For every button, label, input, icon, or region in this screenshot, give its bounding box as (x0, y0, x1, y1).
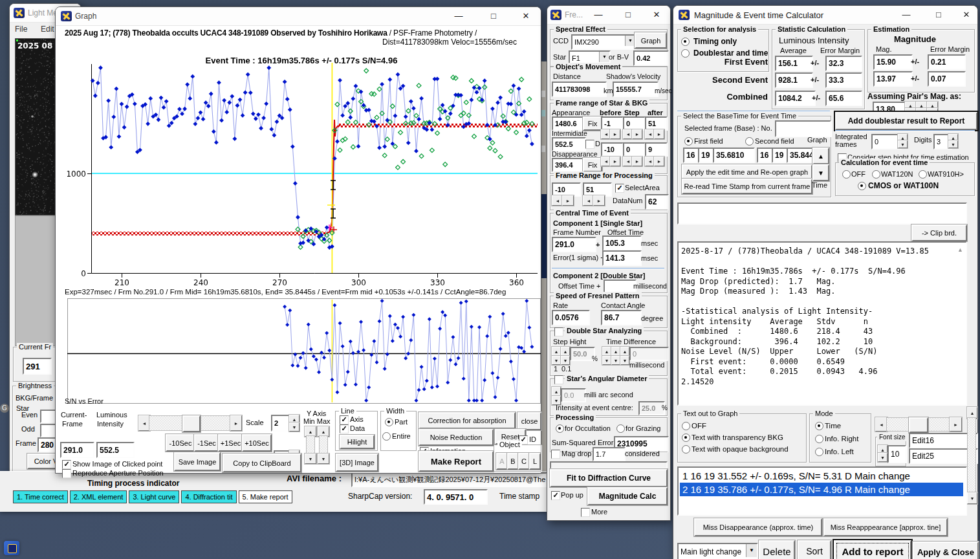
font-size-field[interactable]: 10 (887, 445, 906, 463)
report-text-area[interactable]: 2025-8-17 / (778)Theobalda / UCAC4 348-1… (677, 241, 967, 406)
mag1-field[interactable]: 15.90 (873, 54, 913, 70)
dis-after-right-icon[interactable]: ► (654, 157, 664, 166)
result-row-selected[interactable]: 2 16 19 35.786 +/- 0.177s, S/N= 4.96 R M… (680, 483, 963, 496)
close-icon[interactable]: ✕ (957, 8, 976, 22)
save-image-button[interactable]: Save Image (174, 452, 221, 471)
timing-step-button[interactable]: 2. XML element (70, 490, 127, 503)
current-frame-field[interactable]: 291 (23, 358, 52, 375)
td3-down-icon[interactable]: ▼ (620, 356, 629, 365)
to-right-icon[interactable]: ► (593, 195, 605, 206)
clip-board-button[interactable]: -> Clip brd. (911, 225, 967, 241)
vscroll-track[interactable] (967, 417, 976, 494)
video-frame[interactable] (15, 38, 56, 215)
combined-err-field[interactable]: 65.6 (825, 91, 862, 106)
object-l-button[interactable]: L (529, 453, 541, 470)
time-up-icon[interactable]: ▲ (812, 148, 829, 164)
delete-button[interactable]: Delete (759, 540, 795, 559)
mode-info-left-radio[interactable] (815, 448, 823, 456)
calculator-titlebar[interactable]: Magnitude & Event time Calculator — □ ✕ (673, 6, 977, 25)
cmos-radio[interactable] (858, 182, 866, 190)
mas-up-icon[interactable]: ▲ (552, 387, 561, 396)
axis-checkbox[interactable] (340, 415, 349, 424)
ymax-slider[interactable] (319, 435, 328, 455)
wat120n-radio[interactable] (872, 170, 880, 179)
make-report-button[interactable]: Make Report (419, 451, 494, 472)
selectarea-checkbox[interactable] (615, 184, 624, 193)
app-after-right-icon[interactable]: ► (654, 129, 664, 139)
show-image-checkbox[interactable] (62, 460, 71, 469)
light-change-dropdown[interactable]: Main light change ▼ (677, 543, 758, 559)
width-part-radio[interactable] (385, 418, 393, 426)
second-avg-field[interactable]: 928.1 (775, 72, 813, 88)
timing-only-radio[interactable] (681, 38, 690, 46)
second-err-field[interactable]: 33.3 (825, 72, 862, 88)
appearance-fix-button[interactable]: Fix (583, 116, 602, 131)
first-avg-field[interactable]: 156.1 (775, 56, 813, 71)
for-occultation-radio[interactable] (556, 424, 564, 433)
maximize-icon[interactable]: □ (484, 9, 503, 23)
chevron-down-icon[interactable]: ▼ (599, 52, 609, 62)
velocity-field[interactable]: 15555.7 (613, 82, 659, 97)
copy-clipboard-button[interactable]: Copy to ClipBoard (223, 454, 301, 472)
off-radio[interactable] (842, 170, 851, 179)
sort-button[interactable]: Sort (798, 540, 831, 559)
luminous-field[interactable]: 552.5 (96, 442, 135, 458)
error-sigma-field[interactable]: 141.3 (602, 250, 642, 266)
step-down-icon[interactable]: ▼ (552, 356, 561, 365)
range-to-field[interactable]: 51 (583, 182, 612, 197)
mas-field[interactable]: 0.0 (561, 388, 586, 402)
timing-step-button[interactable]: 3. Light curve (129, 490, 179, 503)
slider-right-arrow[interactable]: ► (230, 415, 242, 431)
plus-10sec-button[interactable]: +10Sec (242, 434, 272, 452)
popup-checkbox[interactable] (551, 491, 560, 500)
datanum-field[interactable]: 62 (645, 194, 669, 210)
chevron-down-icon[interactable]: ▼ (746, 544, 757, 557)
first-err-field[interactable]: 32.3 (825, 56, 862, 71)
step2-down-icon[interactable]: ▼ (561, 356, 570, 365)
ccd-dropdown[interactable]: IMX290 ▼ (571, 34, 637, 50)
step-up-icon[interactable]: ▲ (552, 347, 561, 356)
data-checkbox[interactable] (340, 424, 349, 433)
maximize-icon[interactable]: □ (929, 8, 948, 22)
td3-up-icon[interactable]: ▲ (620, 347, 629, 356)
doublestar-time-radio[interactable] (681, 49, 690, 58)
more-checkbox[interactable] (581, 508, 590, 517)
taskbar-app-icon[interactable] (4, 541, 19, 555)
bv-field[interactable]: 0.42 (633, 50, 669, 66)
apply-edit-time-button[interactable]: Apply the edit time and Re-open graph (682, 164, 812, 180)
for-grazing-radio[interactable] (616, 424, 625, 433)
3d-image-button[interactable]: [3D] Image (336, 454, 378, 472)
contact-angle-field[interactable]: 86.7 (601, 310, 642, 325)
apply-close-button[interactable]: Apply & Close (913, 542, 979, 559)
minimize-icon[interactable]: — (449, 9, 468, 23)
timing-step-button[interactable]: 1. Time correct (13, 490, 68, 503)
td1-up-icon[interactable]: ▲ (602, 347, 611, 356)
combined-avg-field[interactable]: 1084.2 (775, 91, 816, 106)
app-before-right-icon[interactable]: ► (610, 129, 620, 139)
int-down-icon[interactable]: ▼ (898, 140, 908, 148)
reproduce-aperture-checkbox[interactable] (62, 469, 71, 478)
dis-before-right-icon[interactable]: ► (610, 157, 620, 166)
mode-time-radio[interactable] (815, 422, 823, 430)
transparency-radio[interactable] (682, 433, 690, 442)
minus-10sec-button[interactable]: -10Sec (166, 434, 195, 452)
text-out-off-radio[interactable] (682, 422, 690, 430)
appearance-field[interactable]: 1480.6 (552, 116, 586, 131)
step2-up-icon[interactable]: ▲ (561, 347, 570, 356)
from-right-icon[interactable]: ► (562, 195, 574, 206)
app-step-right-icon[interactable]: ► (632, 129, 642, 139)
spectral-graph-button[interactable]: Graph (635, 32, 667, 49)
sharpcap-version-field[interactable]: 4. 0. 9571. 0 (424, 489, 488, 505)
minus-1sec-button[interactable]: -1Sec (194, 434, 219, 452)
add-doublestar-button[interactable]: Add doublestar result to Report (835, 112, 977, 130)
double-star-checkbox[interactable] (554, 327, 563, 336)
minimize-icon[interactable]: — (897, 8, 916, 22)
results-listbox[interactable]: 1 16 19 31.552 +/- 0.169s, S/N= 5.31 D M… (677, 466, 967, 516)
integrated-frames-field[interactable]: 0 (871, 134, 902, 149)
ymin-slider[interactable] (306, 435, 315, 455)
graph-window-titlebar[interactable]: Graph — □ ✕ (56, 7, 541, 26)
mag2-field[interactable]: 13.97 (873, 71, 913, 87)
graph-text-field[interactable] (677, 203, 967, 225)
mag2-err-field[interactable]: 0.07 (928, 71, 966, 87)
td1-down-icon[interactable]: ▼ (602, 356, 611, 365)
